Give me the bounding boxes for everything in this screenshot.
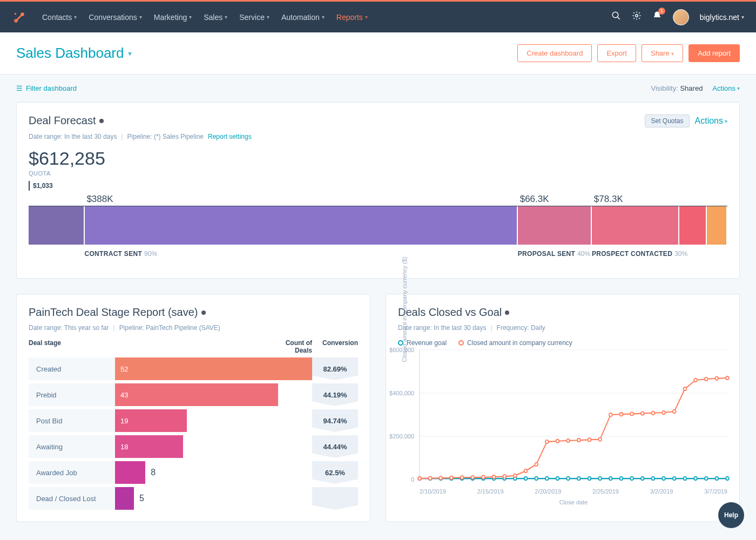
- svg-point-58: [598, 437, 602, 441]
- card-meta: Date range: This year so far|Pipeline: P…: [29, 324, 358, 332]
- create-dashboard-button[interactable]: Create dashboard: [517, 44, 592, 62]
- svg-point-25: [566, 477, 570, 480]
- chevron-down-icon: ▾: [741, 14, 744, 20]
- svg-point-59: [609, 413, 612, 416]
- notifications-bell-icon[interactable]: 1: [652, 11, 662, 23]
- svg-point-64: [662, 411, 665, 414]
- chevron-down-icon: ▾: [189, 14, 192, 20]
- funnel-conversion-value: 62.5%: [312, 461, 358, 484]
- card-meta: Date range: In the last 30 days| Pipelin…: [29, 133, 727, 140]
- export-button[interactable]: Export: [597, 44, 636, 62]
- nav-item-contacts[interactable]: Contacts▾: [42, 13, 77, 22]
- dashboard-actions-dropdown[interactable]: Actions ▾: [712, 84, 740, 92]
- funnel-row: Awarded Job862.5%: [29, 461, 358, 484]
- nav-item-reports[interactable]: Reports▾: [336, 13, 368, 22]
- svg-point-30: [620, 477, 623, 480]
- svg-point-55: [566, 439, 570, 442]
- x-axis-label: Close date: [559, 499, 588, 505]
- notification-count-badge: 1: [658, 8, 665, 15]
- x-axis-ticks: 2/10/20192/15/20192/20/20192/25/20193/2/…: [420, 488, 727, 495]
- funnel-row: Prebid4344.19%: [29, 383, 358, 406]
- svg-point-27: [588, 477, 591, 480]
- nav-item-service[interactable]: Service▾: [239, 13, 269, 22]
- svg-point-39: [716, 477, 719, 480]
- funnel-stage-label: Post Bid: [29, 409, 115, 432]
- svg-point-50: [514, 474, 517, 477]
- funnel-row: Awaiting1844.44%: [29, 435, 358, 458]
- nav-item-label: Automation: [281, 13, 320, 22]
- chevron-down-icon: ▾: [128, 49, 132, 58]
- svg-point-22: [535, 477, 538, 480]
- svg-point-33: [652, 477, 655, 480]
- svg-point-54: [556, 440, 559, 443]
- svg-point-23: [545, 477, 549, 480]
- svg-point-3: [612, 12, 618, 18]
- top-nav: Contacts▾Conversations▾Marketing▾Sales▾S…: [0, 0, 756, 32]
- svg-point-51: [524, 469, 528, 473]
- svg-point-40: [726, 477, 729, 480]
- help-fab-button[interactable]: Help: [718, 502, 744, 528]
- funnel-stage-label: Dead / Closed Lost: [29, 487, 115, 510]
- chart-legend: Revenue goalClosed amount in company cur…: [398, 339, 727, 347]
- svg-point-32: [641, 477, 644, 480]
- legend-item[interactable]: Closed amount in company currency: [458, 339, 572, 347]
- org-switcher[interactable]: biglytics.net▾: [700, 13, 744, 22]
- filter-bar: ☰ Filter dashboard Visibility: Shared Ac…: [0, 75, 756, 102]
- funnel-bar: 8: [115, 461, 312, 484]
- chevron-down-icon: ▾: [737, 85, 740, 91]
- card-actions-dropdown[interactable]: Actions ▾: [695, 116, 727, 126]
- info-icon[interactable]: [99, 119, 104, 123]
- x-tick: 2/15/2019: [477, 488, 504, 495]
- card-title: Deals Closed vs Goal: [398, 306, 727, 319]
- nav-item-marketing[interactable]: Marketing▾: [154, 13, 192, 22]
- org-name-label: biglytics.net: [700, 13, 739, 22]
- chevron-down-icon: ▾: [725, 118, 727, 124]
- filter-dashboard-link[interactable]: ☰ Filter dashboard: [16, 84, 77, 92]
- x-tick: 3/2/2019: [650, 488, 673, 495]
- deals-closed-vs-goal-card: Deals Closed vs Goal Date range: In the …: [386, 294, 740, 522]
- svg-point-69: [716, 377, 719, 380]
- card-meta: Date range: In the last 30 days|Frequenc…: [398, 324, 727, 332]
- svg-point-68: [705, 377, 708, 381]
- x-tick: 2/20/2019: [535, 488, 561, 495]
- svg-point-65: [673, 410, 676, 413]
- funnel-conversion-value: 44.19%: [312, 383, 358, 406]
- chevron-down-icon: ▾: [139, 14, 142, 20]
- hubspot-logo-icon[interactable]: [12, 10, 27, 25]
- nav-item-label: Contacts: [42, 13, 72, 22]
- settings-gear-icon[interactable]: [632, 11, 642, 23]
- y-tick: $200,000: [389, 433, 414, 440]
- svg-point-48: [492, 475, 496, 478]
- funnel-bar: 18: [115, 435, 312, 458]
- forecast-quota-marker: $1,033: [29, 181, 56, 191]
- svg-point-41: [418, 477, 421, 480]
- nav-item-sales[interactable]: Sales▾: [204, 13, 227, 22]
- nav-item-automation[interactable]: Automation▾: [281, 13, 325, 22]
- info-icon[interactable]: [505, 310, 509, 315]
- funnel-stage-label: Awarded Job: [29, 461, 115, 484]
- funnel-stage-label: Created: [29, 357, 115, 380]
- svg-point-38: [705, 477, 708, 480]
- svg-point-24: [556, 477, 559, 480]
- dashboard-title-dropdown[interactable]: Sales Dashboard ▾: [16, 45, 132, 62]
- nav-item-conversations[interactable]: Conversations▾: [89, 13, 142, 22]
- svg-point-70: [726, 376, 729, 380]
- add-report-button[interactable]: Add report: [688, 44, 740, 62]
- share-button-label: Share: [651, 49, 670, 57]
- forecast-total-sublabel: QUOTA: [29, 170, 727, 177]
- filter-dashboard-label: Filter dashboard: [26, 84, 77, 92]
- card-title: Deal Forecast: [29, 114, 104, 127]
- y-tick: 0: [411, 476, 414, 483]
- user-avatar[interactable]: [673, 9, 689, 25]
- search-icon[interactable]: [611, 11, 621, 23]
- funnel-row: Created5282.69%: [29, 357, 358, 380]
- set-quotas-button[interactable]: Set Quotas: [645, 114, 689, 127]
- nav-item-label: Marketing: [154, 13, 187, 22]
- forecast-stacked-bar: $388K$66.3K$78.3KCONTRACT SENT90%PROPOSA…: [29, 194, 727, 266]
- share-button[interactable]: Share ▾: [642, 44, 683, 62]
- funnel-bar: 19: [115, 409, 312, 432]
- info-icon[interactable]: [201, 310, 206, 315]
- deal-stage-report-card: PainTech Deal Stage Report (save) Date r…: [16, 294, 370, 522]
- card-title: PainTech Deal Stage Report (save): [29, 306, 358, 319]
- report-settings-link[interactable]: Report settings: [208, 133, 252, 140]
